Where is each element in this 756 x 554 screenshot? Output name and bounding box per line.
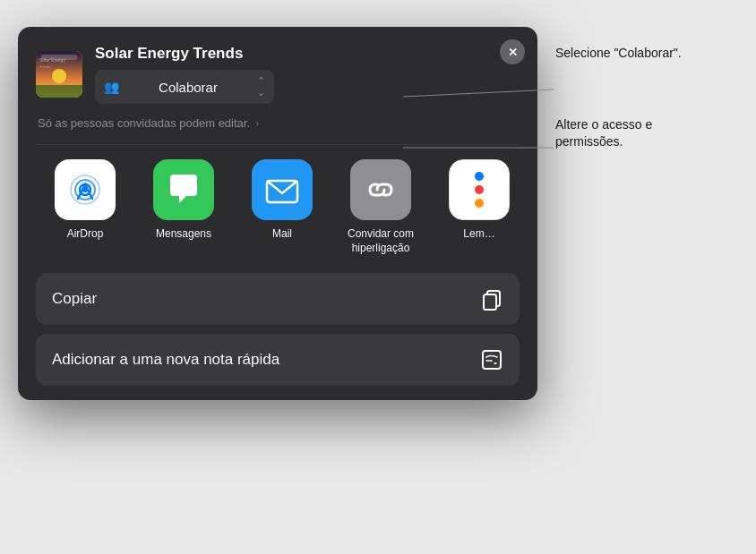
perms-annotation: Altere o acesso e permissões. bbox=[555, 116, 708, 151]
doc-thumbnail: Solar Energy Trends bbox=[36, 51, 82, 98]
reminders-dots bbox=[475, 172, 484, 208]
quick-note-icon bbox=[480, 348, 503, 371]
page-wrapper: ✕ Solar Energy bbox=[0, 0, 756, 554]
mail-icon bbox=[262, 170, 302, 209]
mail-icon-container bbox=[252, 159, 313, 220]
svg-point-8 bbox=[82, 187, 88, 192]
share-panel: ✕ Solar Energy bbox=[18, 27, 537, 400]
svg-text:Solar Energy: Solar Energy bbox=[39, 57, 65, 63]
dot-red bbox=[475, 185, 484, 194]
app-item-airdrop[interactable]: AirDrop bbox=[36, 159, 134, 255]
reminders-label: Lem… bbox=[463, 227, 494, 242]
quick-note-label: Adicionar a uma nova nota rápida bbox=[52, 351, 279, 369]
collab-annotation: Selecione "Colaborar". bbox=[555, 45, 708, 63]
airdrop-icon bbox=[65, 170, 105, 209]
permissions-text: Só as pessoas convidadas podem editar. bbox=[38, 116, 250, 130]
airdrop-label: AirDrop bbox=[67, 227, 104, 242]
app-item-invite-link[interactable]: Convidar com hiperligação bbox=[331, 159, 430, 255]
doc-info: Solar Energy Trends 👥 Colaborar ⌃⌄ bbox=[95, 45, 274, 104]
copy-label: Copiar bbox=[52, 290, 97, 308]
app-item-reminders[interactable]: Lem… bbox=[430, 159, 520, 255]
svg-point-1 bbox=[52, 69, 66, 83]
collaborate-dropdown[interactable]: 👥 Colaborar ⌃⌄ bbox=[95, 70, 274, 104]
app-item-messages[interactable]: Mensagens bbox=[134, 159, 233, 255]
svg-rect-11 bbox=[484, 294, 496, 310]
svg-rect-12 bbox=[483, 351, 501, 369]
permissions-row[interactable]: Só as pessoas convidadas podem editar. › bbox=[36, 116, 520, 130]
permissions-arrow-icon: › bbox=[255, 117, 259, 130]
copy-button[interactable]: Copiar bbox=[36, 273, 520, 325]
invite-link-label: Convidar com hiperligação bbox=[331, 227, 430, 255]
messages-icon-container bbox=[153, 159, 214, 220]
divider bbox=[36, 144, 520, 145]
quick-note-button[interactable]: Adicionar a uma nova nota rápida bbox=[36, 334, 520, 386]
dot-blue bbox=[475, 172, 484, 181]
close-icon: ✕ bbox=[508, 46, 518, 59]
airdrop-icon-container bbox=[55, 159, 116, 220]
copy-icon bbox=[480, 287, 503, 311]
chevron-icon: ⌃⌄ bbox=[257, 75, 265, 98]
messages-label: Mensagens bbox=[156, 227, 211, 242]
apps-row: AirDrop Mensagens Mai bbox=[36, 159, 520, 255]
doc-title: Solar Energy Trends bbox=[95, 45, 274, 63]
mail-label: Mail bbox=[272, 227, 292, 242]
messages-icon bbox=[165, 171, 202, 209]
svg-rect-2 bbox=[36, 85, 82, 98]
invite-link-icon-container bbox=[350, 159, 411, 220]
annotations-panel: Selecione "Colaborar". Altere o acesso e… bbox=[555, 45, 708, 151]
app-item-mail[interactable]: Mail bbox=[233, 159, 331, 255]
svg-text:Trends: Trends bbox=[39, 64, 50, 69]
invite-link-icon bbox=[361, 170, 400, 209]
collaborate-label: Colaborar bbox=[125, 80, 252, 95]
thumbnail-image: Solar Energy Trends bbox=[36, 51, 82, 98]
close-button[interactable]: ✕ bbox=[500, 39, 525, 64]
collaborate-icon: 👥 bbox=[104, 80, 119, 94]
dot-orange bbox=[475, 199, 484, 208]
header-row: Solar Energy Trends Solar Energy Trends … bbox=[36, 45, 520, 104]
reminders-icon-container bbox=[449, 159, 510, 220]
